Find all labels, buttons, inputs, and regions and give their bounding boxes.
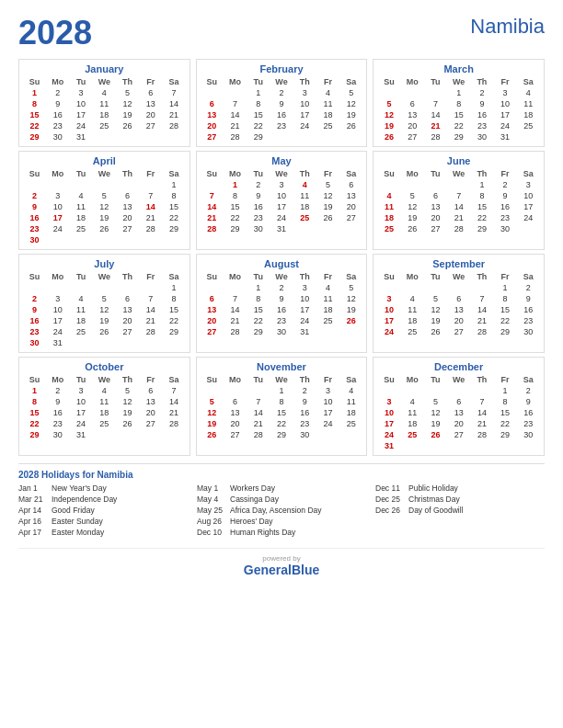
country-title: Namibia: [470, 17, 545, 37]
day-cell: 16: [470, 109, 493, 120]
day-cell: 30: [293, 429, 316, 440]
day-cell: 21: [224, 120, 247, 131]
empty-cell: [116, 429, 139, 440]
day-header: Sa: [339, 374, 362, 385]
day-cell: 30: [494, 223, 517, 234]
day-cell: 9: [270, 98, 293, 109]
day-cell: 15: [470, 201, 493, 212]
day-cell: 8: [162, 293, 185, 304]
day-header: Th: [116, 168, 139, 179]
day-header: We: [93, 76, 116, 87]
empty-cell: [377, 282, 400, 293]
day-cell: 28: [139, 326, 162, 337]
holiday-column: May 1Workers DayMay 4Cassinga DayMay 25A…: [197, 483, 366, 539]
empty-cell: [116, 234, 139, 245]
day-cell: 11: [339, 396, 362, 407]
month-block-july: JulySuMoTuWeThFrSa1234567891011121314151…: [18, 254, 190, 353]
empty-cell: [162, 234, 185, 245]
empty-cell: [93, 282, 116, 293]
day-header: Sa: [339, 76, 362, 87]
empty-cell: [447, 440, 470, 451]
day-cell: 17: [377, 315, 400, 326]
day-cell: 24: [293, 120, 316, 131]
powered-by-text: powered by: [18, 554, 545, 563]
day-cell: 29: [270, 429, 293, 440]
empty-cell: [139, 429, 162, 440]
empty-cell: [377, 385, 400, 396]
day-header: We: [93, 168, 116, 179]
day-cell: 25: [401, 326, 424, 337]
day-header: Sa: [339, 271, 362, 282]
day-cell: 22: [23, 418, 46, 429]
day-cell: 8: [23, 396, 46, 407]
day-cell: 19: [339, 109, 362, 120]
day-cell: 2: [293, 385, 316, 396]
day-header: Fr: [139, 76, 162, 87]
day-cell: 13: [401, 109, 424, 120]
month-name: October: [23, 361, 186, 372]
day-header: We: [270, 374, 293, 385]
day-cell: 14: [162, 396, 185, 407]
holiday-date: May 25: [197, 506, 226, 515]
day-cell: 10: [69, 98, 92, 109]
day-header: Tu: [247, 271, 270, 282]
empty-cell: [339, 223, 362, 234]
holiday-date: Dec 11: [375, 483, 405, 493]
holiday-date: Aug 26: [197, 517, 226, 526]
day-cell: 13: [447, 304, 470, 315]
day-header: Fr: [316, 374, 339, 385]
month-block-november: NovemberSuMoTuWeThFrSa123456789101112131…: [196, 357, 368, 456]
day-cell: 22: [162, 315, 185, 326]
day-header: Sa: [339, 168, 362, 179]
day-cell: 17: [69, 407, 92, 418]
day-cell: 28: [424, 131, 447, 142]
day-cell: 16: [23, 315, 46, 326]
day-cell: 7: [224, 98, 247, 109]
day-cell: 20: [447, 418, 470, 429]
empty-cell: [93, 337, 116, 348]
day-cell: 4: [316, 282, 339, 293]
day-cell: 21: [447, 212, 470, 223]
day-cell: 13: [201, 109, 224, 120]
day-cell: 26: [93, 223, 116, 234]
day-header: Tu: [69, 168, 92, 179]
day-header: Sa: [162, 168, 185, 179]
empty-cell: [224, 87, 247, 98]
day-cell: 18: [339, 407, 362, 418]
day-cell: 8: [224, 190, 247, 201]
month-block-january: JanuarySuMoTuWeThFrSa1234567891011121314…: [18, 59, 190, 147]
day-cell: 14: [139, 304, 162, 315]
day-cell: 2: [494, 179, 517, 190]
empty-cell: [116, 337, 139, 348]
day-cell: 5: [339, 282, 362, 293]
day-cell: 5: [339, 87, 362, 98]
day-cell: 18: [93, 407, 116, 418]
day-cell: 31: [377, 440, 400, 451]
empty-cell: [69, 179, 92, 190]
month-block-august: AugustSuMoTuWeThFrSa12345678910111213141…: [196, 254, 368, 353]
day-cell: 26: [339, 315, 362, 326]
day-cell: 12: [116, 396, 139, 407]
day-cell: 5: [316, 179, 339, 190]
day-cell: 25: [69, 326, 92, 337]
day-header: Su: [23, 374, 46, 385]
day-cell: 7: [224, 293, 247, 304]
empty-cell: [46, 179, 69, 190]
day-cell: 19: [424, 315, 447, 326]
day-cell: 14: [224, 304, 247, 315]
day-cell: 31: [494, 131, 517, 142]
day-cell: 8: [494, 293, 517, 304]
holiday-item: Apr 17Easter Monday: [18, 528, 188, 537]
holiday-date: Dec 26: [375, 506, 405, 515]
day-cell: 4: [69, 190, 92, 201]
day-header: Tu: [69, 374, 92, 385]
day-cell: 23: [517, 315, 540, 326]
empty-cell: [162, 337, 185, 348]
day-cell: 26: [401, 223, 424, 234]
holiday-item: Apr 16Easter Sunday: [18, 517, 188, 526]
day-header: Tu: [424, 271, 447, 282]
day-cell: 7: [139, 190, 162, 201]
day-cell: 3: [316, 385, 339, 396]
day-cell: 29: [23, 429, 46, 440]
day-cell: 10: [377, 407, 400, 418]
